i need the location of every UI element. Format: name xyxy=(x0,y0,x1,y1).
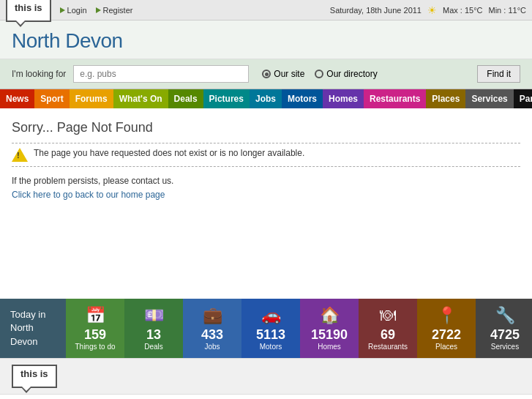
nav-deals[interactable]: Deals xyxy=(168,89,203,108)
warning-icon xyxy=(12,148,28,162)
nav-forums[interactable]: Forums xyxy=(70,89,113,108)
motors-count: 5113 xyxy=(256,327,285,343)
motors-label: Motors xyxy=(260,343,282,351)
stats-homes[interactable]: 🏠 15190 Homes xyxy=(300,299,359,358)
restaurants-count: 69 xyxy=(381,327,395,343)
main-content: Sorry... Page Not Found The page you hav… xyxy=(0,108,532,255)
radio-directory-label: Our directory xyxy=(326,69,377,79)
nav-motors[interactable]: Motors xyxy=(282,89,323,108)
stats-services[interactable]: 🔧 4725 Services xyxy=(476,299,532,358)
radio-group: Our site Our directory xyxy=(262,69,377,79)
nav-sport[interactable]: Sport xyxy=(34,89,69,108)
weather-max: Max : 15°C xyxy=(443,6,483,15)
nav-services[interactable]: Services xyxy=(465,89,513,108)
date-text: Saturday, 18th June 2011 xyxy=(330,6,422,15)
top-bar: this is Login Register Saturday, 18th Ju… xyxy=(0,0,532,20)
jobs-label: Jobs xyxy=(204,343,220,351)
stats-restaurants[interactable]: 🍽 69 Restaurants xyxy=(359,299,417,358)
restaurants-label: Restaurants xyxy=(368,343,408,351)
stats-jobs[interactable]: 💼 433 Jobs xyxy=(183,299,241,358)
footer-logo: this is xyxy=(12,365,57,388)
login-link[interactable]: Login xyxy=(60,6,87,15)
nav-news[interactable]: News xyxy=(0,89,34,108)
stats-location-label: Today in North Devon xyxy=(0,299,66,358)
nav-homes[interactable]: Homes xyxy=(323,89,364,108)
radio-dot-directory xyxy=(315,70,323,78)
things-count: 159 xyxy=(84,327,106,343)
footer-links: About us Here to help Our other sites Ou… xyxy=(0,395,532,399)
radio-dot-site xyxy=(262,70,271,78)
homes-icon: 🏠 xyxy=(320,306,340,325)
site-title-bar: North Devon xyxy=(0,20,532,59)
things-label: Things to do xyxy=(75,343,115,351)
stats-deals[interactable]: 💷 13 Deals xyxy=(124,299,183,358)
login-icon xyxy=(60,7,65,13)
footer-logo-text: this is xyxy=(20,368,48,379)
nav-bar: News Sport Forums What's On Deals Pictur… xyxy=(0,89,532,108)
radio-site-label: Our site xyxy=(274,69,304,79)
search-input[interactable] xyxy=(73,65,249,83)
stats-places[interactable]: 📍 2722 Places xyxy=(417,299,476,358)
weather-min: Min : 11°C xyxy=(489,6,526,15)
restaurants-icon: 🍽 xyxy=(380,306,396,325)
find-button[interactable]: Find it xyxy=(477,65,520,83)
jobs-icon: 💼 xyxy=(203,306,222,325)
stats-bar: Today in North Devon 📅 159 Things to do … xyxy=(0,299,532,358)
deals-count: 13 xyxy=(146,327,161,343)
logo-text: this is xyxy=(15,2,42,13)
warning-message: The page you have requested does not exi… xyxy=(34,148,304,158)
logo: this is xyxy=(6,0,51,22)
nav-places[interactable]: Places xyxy=(426,89,465,108)
places-icon: 📍 xyxy=(437,306,457,325)
footer-top: this is xyxy=(0,358,532,395)
top-bar-left: this is Login Register xyxy=(6,0,132,22)
home-page-link[interactable]: Click here to go back to our home page xyxy=(12,190,165,200)
register-link[interactable]: Register xyxy=(96,6,133,15)
register-icon xyxy=(96,7,101,13)
warning-box: The page you have requested does not exi… xyxy=(12,143,520,167)
radio-our-site[interactable]: Our site xyxy=(262,69,304,79)
weather-icon: ☀ xyxy=(427,4,437,16)
jobs-count: 433 xyxy=(201,327,223,343)
nav-pictures[interactable]: Pictures xyxy=(203,89,250,108)
places-count: 2722 xyxy=(432,327,461,343)
page-not-found-title: Sorry... Page Not Found xyxy=(12,120,520,135)
stats-things-to-do[interactable]: 📅 159 Things to do xyxy=(66,299,124,358)
nav-partners[interactable]: Partners xyxy=(514,89,532,108)
deals-icon: 💷 xyxy=(144,306,164,325)
services-label: Services xyxy=(491,343,519,351)
register-label: Register xyxy=(103,6,133,15)
things-icon: 📅 xyxy=(86,306,105,325)
deals-label: Deals xyxy=(144,343,163,351)
top-bar-right: Saturday, 18th June 2011 ☀ Max : 15°C Mi… xyxy=(330,4,526,16)
places-label: Places xyxy=(435,343,457,351)
nav-whatson[interactable]: What's On xyxy=(113,89,168,108)
homes-count: 15190 xyxy=(311,327,348,343)
radio-our-directory[interactable]: Our directory xyxy=(315,69,377,79)
search-label: I'm looking for xyxy=(12,69,66,79)
nav-restaurants[interactable]: Restaurants xyxy=(364,89,426,108)
contact-text: If the problem persists, please contact … xyxy=(12,176,520,186)
stats-motors[interactable]: 🚗 5113 Motors xyxy=(241,299,300,358)
stats-location: North Devon xyxy=(10,321,56,348)
today-label: Today in xyxy=(10,308,56,321)
services-count: 4725 xyxy=(490,327,520,343)
nav-jobs[interactable]: Jobs xyxy=(250,89,282,108)
search-bar: I'm looking for Our site Our directory F… xyxy=(0,59,532,89)
login-label: Login xyxy=(67,6,87,15)
motors-icon: 🚗 xyxy=(261,306,281,325)
site-title: North Devon xyxy=(12,29,520,53)
services-icon: 🔧 xyxy=(495,306,515,325)
homes-label: Homes xyxy=(318,343,341,351)
